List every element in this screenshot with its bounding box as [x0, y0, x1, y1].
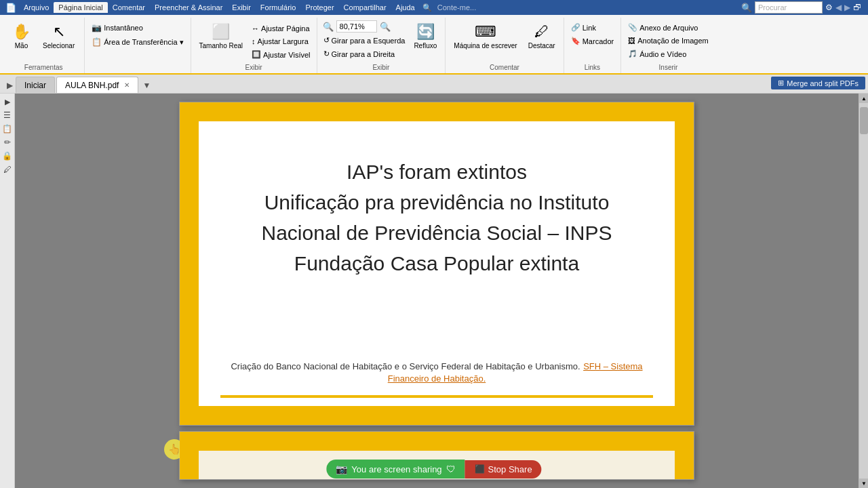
select-label: Selecionar — [43, 42, 75, 49]
menu-ajuda[interactable]: Ajuda — [391, 2, 420, 13]
sidebar-signature-icon[interactable]: 🔒 — [2, 151, 12, 161]
attachment-icon: 📎 — [628, 23, 637, 32]
menu-pagina-inicial[interactable]: Página Inicial — [54, 2, 107, 13]
select-icon: ↖ — [53, 23, 65, 41]
clipboard-icon: 📋 — [92, 37, 102, 47]
snapshot-icon: 📷 — [92, 23, 102, 33]
rotate-right-icon: ↻ — [323, 49, 330, 58]
hand-label: Mão — [15, 42, 28, 49]
menu-formulario[interactable]: Formulário — [256, 2, 301, 13]
links-group-label: Links — [568, 64, 616, 73]
hand-tool-button[interactable]: ✋ Mão — [7, 20, 36, 52]
typewriter-icon: ⌨ — [475, 23, 496, 41]
search-toolbar-icon[interactable]: 🔍 — [741, 3, 752, 13]
sidebar-comment-icon[interactable]: ✏ — [4, 138, 11, 147]
audio-video-icon: 🎵 — [628, 49, 637, 58]
link-icon: 🔗 — [571, 23, 580, 32]
view-group-label: Exibir — [195, 64, 313, 73]
zoom-in-button[interactable]: 🔍 — [378, 22, 392, 32]
audio-video-button[interactable]: 🎵 Áudio e Vídeo — [625, 48, 711, 60]
cortana-search[interactable]: Conte-me... — [435, 2, 479, 13]
hand-icon: ✋ — [12, 23, 31, 41]
menu-proteger[interactable]: Proteger — [300, 2, 338, 13]
sidebar-arrow-icon[interactable]: ▶ — [5, 98, 10, 106]
screen-share-status: 📷 You are screen sharing 🛡 — [326, 460, 465, 479]
highlight-icon: 🖊 — [534, 23, 549, 41]
merge-icon: ⊞ — [778, 79, 784, 87]
ribbon-group-clipboard: 📷 Instantâneo 📋 Área de Transferência ▾ — [85, 18, 191, 73]
app-icon: 📄 — [3, 3, 19, 13]
reflow-icon: 🔄 — [416, 23, 435, 41]
ribbon-group-comment: ⌨ Máquina de escrever 🖊 Destacar Comenta… — [446, 18, 564, 73]
bookmark-button[interactable]: 🔖 Marcador — [568, 35, 616, 47]
share-shield-icon: 🛡 — [446, 464, 456, 474]
search-icon: 🔍 — [420, 2, 435, 14]
share-camera-icon: 📷 — [336, 464, 347, 474]
menu-compartilhar[interactable]: Compartilhar — [339, 2, 391, 13]
nav-back-icon[interactable]: ◀ — [835, 3, 842, 12]
settings-icon[interactable]: ⚙ — [825, 3, 833, 12]
zoom-group-label: Exibir — [321, 64, 441, 73]
bookmark-icon: 🔖 — [571, 37, 580, 45]
search-input-box[interactable]: Procurar — [755, 1, 823, 14]
slide-body-text: Criação do Banco Nacional de Habitação e… — [231, 361, 580, 371]
reflow-button[interactable]: 🔄 Refluxo — [410, 20, 441, 52]
attachment-button[interactable]: 📎 Anexo de Arquivo — [625, 22, 711, 33]
search-placeholder: Procurar — [758, 3, 787, 12]
slide-body: Criação do Banco Nacional de Habitação e… — [220, 360, 653, 384]
slide-title-line-1: IAP's foram extintos — [220, 157, 653, 187]
fit-visible-icon: 🔲 — [252, 50, 261, 59]
tab-scroll-right[interactable]: ▼ — [140, 78, 153, 93]
slide-title-line-3: Nacional de Previdência Social – INPS — [220, 218, 653, 248]
slide-title-line-4: Fundação Casa Popular extinta — [220, 248, 653, 279]
scroll-up-button[interactable]: ▲ — [859, 94, 868, 103]
comment-group-label: Comentar — [450, 64, 559, 73]
highlight-button[interactable]: 🖊 Destacar — [524, 20, 559, 64]
sidebar-tools-icon[interactable]: 🖊 — [3, 165, 12, 174]
menu-arquivo[interactable]: Arquivo — [19, 2, 54, 13]
scroll-down-button[interactable]: ▼ — [859, 479, 868, 488]
ribbon-group-insert: 📎 Anexo de Arquivo 🖼 Anotação de Imagem … — [621, 18, 715, 73]
fit-visible-button[interactable]: 🔲 Ajustar Visível — [250, 49, 313, 60]
pdf-content-area: IAP's foram extintos Unificação pra prev… — [15, 94, 859, 488]
share-status-text: You are screen sharing — [351, 464, 441, 474]
tab-aula-bnh[interactable]: AULA BNH.pdf ✕ — [56, 77, 138, 93]
menu-exibir[interactable]: Exibir — [227, 2, 256, 13]
tab-panel-toggle[interactable]: ▶ — [4, 78, 16, 93]
select-tool-button[interactable]: ↖ Selecionar — [37, 20, 80, 52]
typewriter-button[interactable]: ⌨ Máquina de escrever — [450, 20, 521, 64]
window-icon[interactable]: 🗗 — [853, 3, 861, 12]
rotate-right-button[interactable]: ↻ Girar para a Direita — [321, 48, 408, 60]
merge-split-button[interactable]: ⊞ Merge and split PDFs — [771, 77, 865, 89]
snapshot-button[interactable]: 📷 Instantâneo — [89, 22, 186, 34]
scroll-thumb[interactable] — [860, 107, 868, 134]
zoom-input[interactable]: 80,71% — [336, 20, 377, 33]
nav-forward-icon[interactable]: ▶ — [844, 3, 850, 12]
screen-share-bar: 📷 You are screen sharing 🛡 ⬛ Stop Share — [326, 460, 541, 479]
rotate-left-button[interactable]: ↺ Girar para a Esquerda — [321, 35, 408, 46]
link-button[interactable]: 🔗 Link — [568, 22, 616, 33]
ribbon-group-zoom: 🔍 80,71% 🔍 ↺ Girar para a Esquerda ↻ Gir… — [317, 18, 446, 73]
scrollbar[interactable]: ▲ ▼ — [859, 94, 868, 488]
menu-preencher[interactable]: Preencher & Assinar — [150, 2, 227, 13]
tab-close-icon[interactable]: ✕ — [124, 81, 130, 89]
tab-iniciar[interactable]: Iniciar — [16, 77, 55, 93]
slide-title-block: IAP's foram extintos Unificação pra prev… — [220, 143, 653, 299]
stop-share-label: Stop Share — [488, 464, 532, 474]
ribbon-group-tools: ✋ Mão ↖ Selecionar Ferramentas — [3, 18, 85, 73]
zoom-out-button[interactable]: 🔍 — [321, 22, 335, 32]
slide-title-line-2: Unificação pra previdência no Instituto — [220, 187, 653, 218]
ribbon-group-links: 🔗 Link 🔖 Marcador Links — [564, 18, 621, 73]
sidebar-layers-icon[interactable]: 📋 — [2, 124, 12, 134]
fit-page-icon: ↔ — [252, 24, 259, 33]
stop-share-button[interactable]: ⬛ Stop Share — [465, 460, 542, 479]
fit-page-button[interactable]: ↔ Ajustar Página — [250, 23, 313, 34]
menu-comentar[interactable]: Comentar — [108, 2, 150, 13]
fit-width-button[interactable]: ↕ Ajustar Largura — [250, 36, 313, 47]
clipboard-button[interactable]: 📋 Área de Transferência ▾ — [89, 36, 186, 48]
actual-size-button[interactable]: ⬜ Tamanho Real — [195, 20, 247, 52]
left-sidebar: ▶ ☰ 📋 ✏ 🔒 🖊 — [0, 94, 15, 488]
image-annotation-button[interactable]: 🖼 Anotação de Imagem — [625, 35, 711, 46]
sidebar-pages-icon[interactable]: ☰ — [3, 110, 11, 120]
tools-group-label: Ferramentas — [7, 64, 80, 73]
